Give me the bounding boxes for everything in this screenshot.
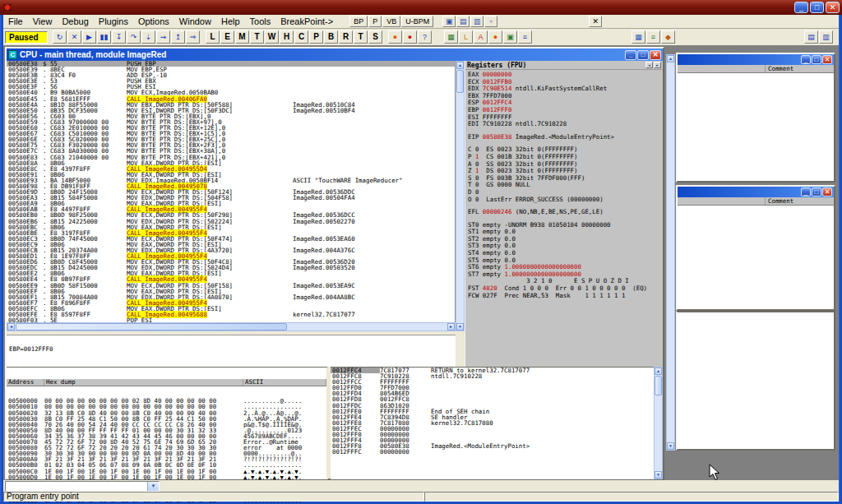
mdi-window-icon[interactable]: ▣: [442, 16, 456, 27]
disasm-row[interactable]: 00580EFE. E8 8597F8FFCALL ImageRed.00495…: [7, 312, 455, 317]
side-window-3-body[interactable]: [676, 311, 835, 451]
watch-icon[interactable]: ▦: [632, 30, 645, 44]
disasm-row[interactable]: 00580EA3. 8B15 584F5000MOV EDX,DWORD PTR…: [7, 195, 455, 201]
close-button[interactable]: ✕: [826, 2, 840, 13]
menu-button-bp[interactable]: BP: [349, 16, 368, 27]
list-icon[interactable]: ≡: [518, 30, 532, 44]
windows-list-icon[interactable]: ▣: [503, 30, 517, 44]
scroll-up-icon[interactable]: ▲: [655, 368, 662, 375]
dump-pane[interactable]: Address Hex dump ASCII 0050000000 00 00 …: [7, 367, 328, 479]
options-icon[interactable]: ●: [488, 30, 502, 44]
toolbar-letter-t-3[interactable]: T: [250, 30, 264, 44]
scroll-thumb[interactable]: [655, 376, 662, 395]
background-window-scrollbar[interactable]: ▲ ▼: [666, 54, 675, 451]
trace-over-icon[interactable]: ⇝: [156, 30, 170, 44]
scroll-left-icon[interactable]: ◄: [7, 323, 15, 331]
dump-header-ascii[interactable]: ASCII: [243, 379, 326, 386]
log-icon[interactable]: L: [459, 30, 473, 44]
minimize-button[interactable]: _: [794, 2, 808, 13]
pause-icon[interactable]: ▮▮: [97, 30, 111, 44]
menu-item-plugins[interactable]: Plugins: [94, 16, 133, 27]
stack-row[interactable]: 0012FFC47C817077RETURN to kernel32.7C817…: [331, 368, 654, 373]
toolbar-letter-b-8[interactable]: B: [324, 30, 338, 44]
trace-into-icon[interactable]: ⇣: [141, 30, 155, 44]
toolbar-letter-m-2[interactable]: M: [235, 30, 249, 44]
disassembly-vertical-scrollbar[interactable]: ▲ ▼: [456, 61, 465, 331]
side2-close-button[interactable]: ✕: [822, 187, 832, 197]
disasm-row[interactable]: 00580EE9. 8B0D 58F15000MOV ECX,DWORD PTR…: [7, 283, 455, 289]
stack-row[interactable]: 0012FFF000000000: [331, 432, 654, 437]
side-window-2-body[interactable]: [678, 206, 834, 309]
side2-minimize-button[interactable]: _: [801, 187, 811, 197]
breakpoint-icon[interactable]: ●: [388, 30, 402, 44]
registers-prev-icon[interactable]: ◄: [645, 62, 653, 68]
scroll-down-icon[interactable]: ▼: [655, 471, 662, 479]
disassembly-horizontal-scrollbar[interactable]: ◄ ►: [7, 322, 456, 331]
toolbar-letter-w-4[interactable]: W: [265, 30, 279, 44]
side-window-2-titlebar[interactable]: _ □ ✕: [678, 187, 834, 197]
cpu-close-button[interactable]: ✕: [650, 50, 661, 60]
menu-item-debug[interactable]: Debug: [57, 16, 93, 27]
disasm-row[interactable]: 00580EF7. E8 F896F8FFCALL ImageRed.00495…: [7, 300, 455, 306]
stack-row[interactable]: 0012FFE87C817080kernel32.7C817080: [331, 420, 654, 426]
cpu-minimize-button[interactable]: _: [625, 50, 636, 60]
disasm-row[interactable]: 00580E83. C683 21040000 00MOV BYTE PTR D…: [7, 155, 455, 160]
cascade-windows-icon[interactable]: ▥: [819, 30, 833, 44]
stack-row[interactable]: 0012FFDC863D1020: [331, 403, 654, 409]
side-window-1-titlebar[interactable]: _ □ ✕: [678, 54, 834, 65]
registers-next-icon[interactable]: ►: [654, 62, 661, 68]
cpu-maximize-button[interactable]: □: [637, 50, 649, 60]
menu-item-window[interactable]: Window: [174, 16, 216, 27]
stack-row[interactable]: 0012FFEC00000000: [331, 426, 654, 432]
side1-close-button[interactable]: ✕: [822, 55, 832, 64]
step-into-icon[interactable]: ↧: [112, 30, 126, 44]
disasm-row[interactable]: 00580EB6. 8B15 24225000MOV EDX,DWORD PTR…: [7, 219, 455, 224]
mdi-restore-icon[interactable]: ▫: [484, 16, 497, 27]
command-combobox[interactable]: ▼: [5, 481, 160, 492]
calculator-icon[interactable]: ◆: [661, 30, 675, 44]
disassembly-pane[interactable]: 00580E38$ 55PUSH EBP00580E39. 8BECMOV EB…: [7, 61, 456, 322]
patch-icon[interactable]: ≡: [646, 30, 660, 44]
combobox-value[interactable]: [6, 482, 147, 491]
toolbar-letter-p-7[interactable]: P: [309, 30, 323, 44]
menu-item-file[interactable]: File: [3, 16, 28, 27]
disasm-row[interactable]: 00580E8C. E8 4397F8FFCALL ImageRed.00495…: [7, 166, 455, 172]
disasm-row[interactable]: 00580E38$ 55PUSH EBP: [7, 61, 455, 67]
toolbar-letter-h-5[interactable]: H: [280, 30, 294, 44]
disasm-row[interactable]: 00580E3B. 83C4 F0ADD ESP,-10: [7, 72, 455, 78]
stack-vertical-scrollbar[interactable]: ▲ ▼: [654, 367, 663, 479]
toolbar-letter-t-10[interactable]: T: [354, 30, 368, 44]
toolbar-letter-l-0[interactable]: L: [206, 30, 220, 44]
tile-windows-icon[interactable]: ▤: [804, 30, 818, 44]
toolbar-letter-c-6[interactable]: C: [294, 30, 308, 44]
close-program-icon[interactable]: ✕: [67, 30, 81, 44]
run-icon[interactable]: ▶: [82, 30, 96, 44]
menu-item-tools[interactable]: Tools: [245, 16, 276, 27]
stack-row[interactable]: 0012FFD80012FFC8: [331, 396, 654, 402]
toolbar-letter-r-9[interactable]: R: [339, 30, 353, 44]
record-icon[interactable]: ●: [403, 30, 417, 44]
scroll-down-icon[interactable]: ▼: [667, 442, 674, 450]
side2-maximize-button[interactable]: □: [812, 187, 821, 197]
side-window-1-column-header[interactable]: Comment: [678, 65, 834, 73]
disasm-row[interactable]: 00580E3E. 53PUSH EBX: [7, 78, 455, 84]
step-over-icon[interactable]: ↷: [127, 30, 141, 44]
stack-row[interactable]: 0012FFD07FFD7000: [331, 385, 654, 391]
toolbar-letter-s-11[interactable]: S: [368, 30, 382, 44]
chevron-down-icon[interactable]: ▼: [147, 482, 159, 491]
disasm-row[interactable]: 00580EC3. 8B0D 74F45000MOV ECX,DWORD PTR…: [7, 236, 455, 242]
menu-item-breakpoint[interactable]: BreakPoint->: [275, 16, 338, 27]
stack-row[interactable]: 0012FFCCFFFFFFFF: [331, 379, 654, 385]
scroll-right-icon[interactable]: ►: [447, 323, 455, 331]
stack-row[interactable]: 0012FFF800580E38ImageRed.<ModuleEntryPoi…: [331, 443, 654, 449]
menu-button-p[interactable]: P: [368, 16, 382, 27]
stack-pane[interactable]: 0012FFC47C817077RETURN to kernel32.7C817…: [331, 367, 654, 479]
assemble-icon[interactable]: A: [474, 30, 488, 44]
info-pane[interactable]: EBP=0012FFF0: [7, 335, 456, 367]
menu-button-vb[interactable]: VB: [382, 16, 400, 27]
side1-maximize-button[interactable]: □: [812, 55, 821, 64]
stack-row[interactable]: 0012FFC87C910228ntdll.7C910228: [331, 373, 654, 379]
scroll-thumb[interactable]: [456, 70, 464, 93]
menu-item-options[interactable]: Options: [133, 16, 174, 27]
restart-icon[interactable]: ↻: [53, 30, 67, 44]
